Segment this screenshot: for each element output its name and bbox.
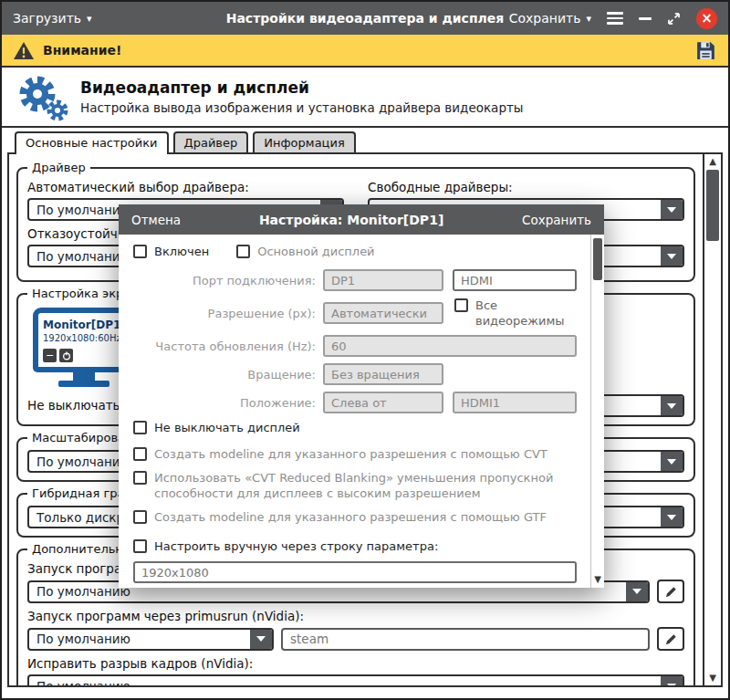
save-menu-label: Сохранить: [509, 11, 581, 26]
save-config-button[interactable]: [694, 39, 717, 62]
resolution-label: Разрешение (px):: [133, 307, 316, 320]
refresh-rate-row: Частота обновления (Hz):: [133, 335, 577, 357]
resolution-row: Разрешение (px): Все видеорежимы: [133, 298, 577, 329]
chevron-down-icon: [250, 630, 272, 649]
gears-icon: [15, 72, 69, 121]
chevron-down-icon: [661, 246, 683, 266]
rotation-label: Вращение:: [133, 368, 316, 381]
window-title: Настройки видеоадаптера и дисплея: [226, 11, 505, 26]
arrow-up-icon: ▲: [709, 157, 716, 166]
monitor-settings-dialog: Отмена Настройка: Monitor[DP1] Сохранить…: [119, 204, 604, 588]
primary-display-checkbox[interactable]: Основной дисплей: [236, 244, 374, 259]
chevron-down-icon: [661, 676, 683, 685]
dialog-title: Настройка: Monitor[DP1]: [181, 213, 522, 227]
enabled-checkbox-label: Включен: [154, 244, 209, 259]
main-scrollbar[interactable]: ▲ ▼: [703, 154, 721, 685]
position-label: Положение:: [133, 396, 316, 410]
primary-display-label: Основной дисплей: [257, 244, 374, 259]
tab-info[interactable]: Информация: [253, 131, 355, 152]
dialog-scrollbar-thumb[interactable]: [593, 238, 602, 280]
all-modes-checkbox[interactable]: Все видеорежимы: [454, 298, 577, 329]
cvt-rb-checkbox[interactable]: Использовать «CVT Reduced Blanking» умен…: [133, 470, 577, 501]
pencil-icon: [664, 585, 678, 599]
monitor-name: Monitor[DP1]: [43, 319, 125, 331]
power-icon: [62, 351, 71, 360]
refresh-rate-label: Частота обновления (Hz):: [133, 340, 316, 353]
free-driver-label: Свободные драйверы:: [368, 180, 684, 195]
gtf-checkbox[interactable]: Создать modeline для указанного разрешен…: [133, 509, 577, 525]
chevron-down-icon: [661, 507, 683, 527]
checkbox-icon: [133, 471, 147, 485]
arrow-down-icon: ▼: [709, 674, 716, 683]
save-menu-button[interactable]: Сохранить ▾: [509, 11, 591, 26]
dialog-scroll-down-button[interactable]: ▼: [591, 570, 604, 585]
scrollbar-thumb[interactable]: [706, 170, 719, 241]
close-button[interactable]: ×: [696, 8, 717, 29]
tab-driver[interactable]: Драйвер: [173, 131, 249, 152]
titlebar: Загрузить ▾ Настройки видеоадаптера и ди…: [2, 2, 728, 35]
checkbox-icon: [454, 298, 468, 312]
manual-mode-label: Настроить вручную через строку параметра…: [154, 538, 438, 554]
primusrun-edit-button[interactable]: [657, 627, 684, 651]
warning-bar: Внимание!: [2, 35, 728, 68]
chevron-down-icon: [661, 396, 683, 415]
checkbox-icon: [133, 447, 147, 461]
position-row: Положение:: [133, 392, 577, 413]
primusrun-label: Запуск программ через primusrun (nVidia)…: [27, 609, 684, 624]
settings-window: Загрузить ▾ Настройки видеоадаптера и ди…: [0, 0, 730, 700]
minimize-icon: [639, 17, 652, 20]
monitor-power-button[interactable]: [59, 349, 73, 362]
monitor-mode: 1920x1080:60Hz: [43, 333, 125, 343]
position-target-input: [453, 392, 577, 413]
cvt-checkbox[interactable]: Создать modeline для указанного разрешен…: [133, 446, 577, 462]
checkbox-icon: [236, 245, 250, 258]
arrow-down-icon: ▼: [594, 574, 601, 584]
scroll-up-button[interactable]: ▲: [704, 157, 721, 166]
close-icon: ×: [701, 10, 713, 26]
rotation-input: [323, 363, 443, 385]
titlebar-actions: Сохранить ▾ ×: [509, 8, 717, 29]
dialog-body: Включен Основной дисплей Порт подключени…: [119, 235, 604, 588]
refresh-rate-input: [323, 335, 577, 357]
pencil-icon: [664, 632, 678, 646]
optirun-edit-button[interactable]: [657, 580, 684, 603]
monitor-disable-button[interactable]: −: [43, 349, 57, 362]
load-menu-button[interactable]: Загрузить ▾: [13, 11, 92, 26]
checkbox-icon: [133, 510, 147, 524]
checkbox-icon: [133, 245, 147, 258]
port-custom-input[interactable]: [453, 269, 577, 291]
primusrun-row: По умолчанию: [27, 627, 684, 651]
maximize-button[interactable]: [667, 12, 681, 26]
page-title: Видеоадаптер и дисплей: [80, 78, 524, 97]
manual-mode-input[interactable]: [133, 561, 577, 583]
port-input: [323, 269, 443, 291]
dialog-scrollbar[interactable]: ▼: [590, 235, 604, 588]
position-input: [323, 392, 443, 413]
load-menu-label: Загрузить: [13, 11, 81, 26]
manual-mode-checkbox[interactable]: Настроить вручную через строку параметра…: [133, 538, 577, 554]
primusrun-app-input[interactable]: [281, 628, 650, 651]
minus-icon: −: [46, 350, 54, 361]
dialog-cancel-button[interactable]: Отмена: [131, 213, 181, 227]
dialog-save-button[interactable]: Сохранить: [522, 213, 591, 227]
minimize-button[interactable]: [639, 17, 652, 20]
enable-row: Включен Основной дисплей: [133, 244, 577, 259]
scroll-down-button[interactable]: ▼: [704, 674, 721, 683]
gtf-checkbox-label: Создать modeline для указанного разрешен…: [154, 509, 547, 525]
monitor-buttons: −: [43, 349, 125, 362]
primusrun-select[interactable]: По умолчанию: [27, 628, 274, 651]
enabled-checkbox[interactable]: Включен: [133, 244, 209, 259]
tearfree-label: Исправить разрыв кадров (nVidia):: [27, 656, 684, 672]
port-row: Порт подключения:: [133, 269, 577, 291]
tearfree-select[interactable]: По умолчанию: [27, 674, 684, 685]
main-menu-button[interactable]: [607, 12, 623, 25]
warning-icon: [13, 41, 35, 60]
monitor-stand: [73, 372, 95, 381]
cvt-rb-checkbox-label: Использовать «CVT Reduced Blanking» умен…: [154, 470, 577, 501]
port-label: Порт подключения:: [133, 274, 316, 287]
keep-on-checkbox[interactable]: Не выключать дисплей: [133, 420, 577, 435]
chevron-down-icon: [626, 582, 648, 601]
primusrun-value: По умолчанию: [29, 632, 250, 646]
tab-bar: Основные настройки Драйвер Информация: [2, 128, 728, 152]
tab-main-settings[interactable]: Основные настройки: [15, 131, 169, 154]
